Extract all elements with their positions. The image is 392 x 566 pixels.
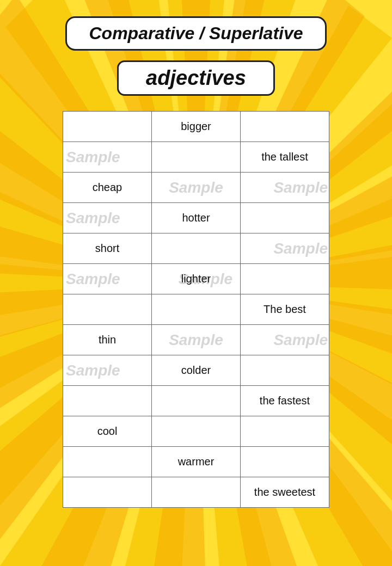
table-row: cool — [63, 416, 329, 447]
cell-r7-c1: thin — [63, 325, 152, 355]
table-row: bigger — [63, 112, 329, 142]
sample-watermark: Sample — [273, 331, 328, 349]
cell-r10-c2 — [152, 416, 241, 447]
cell-r1-c1: Sample — [63, 142, 152, 173]
cell-r0-c1 — [63, 112, 152, 142]
cell-r2-c1: cheap — [63, 173, 152, 203]
cell-r6-c2 — [152, 294, 241, 325]
cell-r11-c1 — [63, 447, 152, 477]
cell-r11-c3 — [241, 447, 329, 477]
cell-r8-c2: colder — [152, 355, 241, 386]
cell-r10-c1: cool — [63, 416, 152, 447]
cell-r9-c2 — [152, 386, 241, 416]
sample-watermark: Sample — [169, 331, 223, 349]
cell-r5-c1: Sample — [63, 264, 152, 294]
table-row: Sample colder — [63, 355, 329, 386]
cell-r7-c3: Sample — [241, 325, 329, 355]
cell-r6-c1 — [63, 294, 152, 325]
table-row: the fastest — [63, 386, 329, 416]
adjectives-table: bigger Sample the tallest cheap Sample S… — [63, 111, 329, 508]
title-box: Comparative / Superlative — [65, 16, 326, 51]
table-row: Sample the tallest — [63, 142, 329, 173]
cell-r10-c3 — [241, 416, 329, 447]
cell-r8-c3 — [241, 355, 329, 386]
cell-r1-c2 — [152, 142, 241, 173]
cell-r0-c2: bigger — [152, 112, 241, 142]
cell-r11-c2: warmer — [152, 447, 241, 477]
cell-r3-c3 — [241, 203, 329, 233]
table-row: The best — [63, 294, 329, 325]
cell-r9-c1 — [63, 386, 152, 416]
cell-r6-c3: The best — [241, 294, 329, 325]
sample-watermark: Sample — [66, 210, 120, 227]
table-row: Sample hotter — [63, 203, 329, 233]
sample-watermark: Sample — [273, 240, 328, 257]
sample-watermark: Sample — [66, 270, 120, 288]
cell-r5-c3 — [241, 264, 329, 294]
cell-r12-c2 — [152, 477, 241, 508]
sample-watermark: Sample — [66, 362, 120, 379]
cell-r2-c3: Sample — [241, 173, 329, 203]
sample-watermark: Sample — [66, 149, 120, 166]
table-row: the sweetest — [63, 477, 329, 508]
cell-r5-c2: Sample lighter — [152, 264, 241, 294]
sample-watermark: Sample — [169, 179, 223, 196]
table-row: Sample Sample lighter — [63, 264, 329, 294]
cell-r3-c2: hotter — [152, 203, 241, 233]
cell-r2-c2: Sample — [152, 173, 241, 203]
main-title: Comparative / Superlative — [89, 23, 303, 43]
sample-watermark: Sample — [273, 179, 328, 196]
cell-r4-c3: Sample — [241, 233, 329, 264]
cell-r7-c2: Sample — [152, 325, 241, 355]
cell-r8-c1: Sample — [63, 355, 152, 386]
subtitle-box: adjectives — [117, 60, 275, 96]
table-row: short Sample — [63, 233, 329, 264]
subtitle: adjectives — [146, 66, 246, 89]
cell-r12-c1 — [63, 477, 152, 508]
cell-r4-c1: short — [63, 233, 152, 264]
cell-r1-c3: the tallest — [241, 142, 329, 173]
cell-r4-c2 — [152, 233, 241, 264]
cell-r3-c1: Sample — [63, 203, 152, 233]
cell-r0-c3 — [241, 112, 329, 142]
table-row: thin Sample Sample — [63, 325, 329, 355]
table-row: cheap Sample Sample — [63, 173, 329, 203]
cell-r9-c3: the fastest — [241, 386, 329, 416]
cell-r12-c3: the sweetest — [241, 477, 329, 508]
table-row: warmer — [63, 447, 329, 477]
